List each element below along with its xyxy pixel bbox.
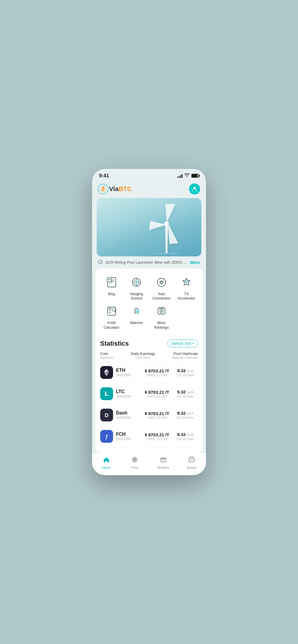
nav-pool-label: Pool xyxy=(131,466,138,469)
coin-earnings-eth: ¥ 8703.21 /T 73801.15 CNY xyxy=(142,368,172,377)
banner xyxy=(97,198,201,256)
chevron-right-icon: › xyxy=(196,434,198,439)
avatar-button[interactable] xyxy=(189,183,200,195)
profit-calculator-icon xyxy=(104,303,119,319)
table-header: Coin Algorithm Daily Earnings Coin Price… xyxy=(100,351,198,362)
hedging-icon xyxy=(129,274,144,290)
coin-algo: SHA256d xyxy=(116,394,142,398)
coin-icon-ltc: Ł xyxy=(100,387,113,400)
coin-row-fch[interactable]: ƒ FCH SHA256d ¥ 8703.21 /T 73801.15 CNY … xyxy=(100,426,198,447)
tx-accelerator-icon xyxy=(179,274,194,290)
menu-item-auto-conversion[interactable]: Auto Conversion xyxy=(150,274,173,301)
quick-menu-row2: Profit Calculator Watcher xyxy=(100,303,198,330)
chevron-right-icon: › xyxy=(196,413,198,417)
svg-point-26 xyxy=(186,281,187,283)
logo: ₿ ViaBTC xyxy=(98,184,132,194)
signal-icon xyxy=(177,174,183,178)
chevron-right-icon: › xyxy=(196,391,198,396)
statistics-header: Statistics Default Sort ▾ xyxy=(100,340,198,347)
coin-info-ltc: LTC SHA256d xyxy=(116,389,142,398)
coin-hashrate-fch: 9.32 EH/S 141.18 EH/s › xyxy=(172,432,198,441)
windmill-image xyxy=(137,201,196,256)
svg-point-35 xyxy=(137,311,138,312)
coin-row-eth[interactable]: ETH SHA256d ¥ 8703.21 /T 73801.15 CNY 9.… xyxy=(100,362,198,383)
assets-icon xyxy=(188,456,195,465)
sort-label: Default Sort xyxy=(171,341,191,346)
nav-assets-label: Assets xyxy=(187,466,197,469)
hash-sub: 141.18 EH/s xyxy=(176,373,194,377)
coin-earnings-fch: ¥ 8703.21 /T 73801.15 CNY xyxy=(142,432,172,441)
svg-marker-4 xyxy=(165,224,168,253)
coin-earnings-ltc: ¥ 8703.21 /T 73801.15 CNY xyxy=(142,390,172,398)
coin-hashrate-dash: 9.32 EH/S 141.18 EH/s › xyxy=(172,411,198,419)
col-hashrate-header: Pool Hashrate Network Hashrate xyxy=(172,351,198,359)
coin-row-dash[interactable]: D Dash SHA256d ¥ 8703.21 /T 73801.15 CNY… xyxy=(100,405,198,426)
menu-item-profit-calculator[interactable]: Profit Calculator xyxy=(100,303,123,330)
menu-item-blog[interactable]: Blog xyxy=(100,274,123,301)
tx-accelerator-label: TX Accelerator xyxy=(175,292,198,301)
main-card: Blog Hedging Service xyxy=(96,269,202,453)
col-earnings-header: Daily Earnings Coin Price xyxy=(131,351,155,359)
miner-rankings-label: Miner Rankings xyxy=(150,321,173,330)
nav-workers-label: Workers xyxy=(157,466,169,469)
status-time: 9:41 xyxy=(99,173,109,179)
announcement-more-button[interactable]: More xyxy=(190,260,200,265)
megaphone-icon xyxy=(98,259,103,266)
menu-item-empty xyxy=(175,303,198,330)
menu-item-miner-rankings[interactable]: Miner Rankings xyxy=(150,303,173,330)
earn-sub: 73801.15 CNY xyxy=(142,373,172,377)
pool-icon xyxy=(131,456,138,465)
earn-sub: 73801.15 CNY xyxy=(142,416,172,419)
coin-name: Dash xyxy=(116,410,142,416)
chevron-right-icon: › xyxy=(196,370,198,375)
coin-name: FCH xyxy=(116,432,142,437)
earn-main: ¥ 8703.21 /T xyxy=(142,390,172,395)
coin-algo: SHA256d xyxy=(116,373,142,377)
coin-info-eth: ETH SHA256d xyxy=(116,368,142,377)
status-bar: 9:41 xyxy=(92,169,206,181)
nav-assets[interactable]: Assets xyxy=(178,456,206,469)
earn-sub: 73801.15 CNY xyxy=(142,437,172,441)
coin-algo: SHA256d xyxy=(116,437,142,441)
nav-home[interactable]: Home xyxy=(92,456,121,469)
quick-menu-row1: Blog Hedging Service xyxy=(100,274,198,301)
hash-main: 9.32 EH/S xyxy=(176,432,194,437)
menu-item-tx-accelerator[interactable]: TX Accelerator xyxy=(175,274,198,301)
watcher-icon xyxy=(129,303,144,319)
svg-point-52 xyxy=(134,459,136,461)
menu-item-hedging[interactable]: Hedging Service xyxy=(125,274,148,301)
workers-icon xyxy=(160,456,167,465)
coin-earnings-dash: ¥ 8703.21 /T 73801.15 CNY xyxy=(142,411,172,419)
earn-main: ¥ 8703.21 /T xyxy=(142,411,172,416)
sort-arrow-icon: ▾ xyxy=(193,342,194,345)
phone-frame: 9:41 xyxy=(92,169,206,475)
nav-pool[interactable]: Pool xyxy=(121,456,149,469)
svg-rect-14 xyxy=(107,277,111,281)
earn-main: ¥ 8703.21 /T xyxy=(142,432,172,437)
sort-button[interactable]: Default Sort ▾ xyxy=(167,340,198,347)
miner-rankings-icon xyxy=(154,303,169,319)
svg-point-5 xyxy=(164,221,169,226)
svg-rect-28 xyxy=(109,308,111,310)
blog-icon xyxy=(104,274,119,290)
logo-icon: ₿ xyxy=(98,184,108,194)
coin-row-ltc[interactable]: Ł LTC SHA256d ¥ 8703.21 /T 73801.15 CNY … xyxy=(100,383,198,405)
coin-hashrate-eth: 9.32 EH/S 141.18 EH/s › xyxy=(172,368,198,377)
hedging-label: Hedging Service xyxy=(125,292,148,301)
hash-info: 9.32 EH/S 141.18 EH/s xyxy=(176,389,194,398)
coin-icon-dash: D xyxy=(100,409,113,421)
coin-icon-fch: ƒ xyxy=(100,430,113,443)
svg-text:Ł: Ł xyxy=(105,390,108,397)
col-coin-header: Coin Algorithm xyxy=(100,351,114,359)
coin-name: LTC xyxy=(116,389,142,394)
coin-info-fch: FCH SHA256d xyxy=(116,432,142,441)
hash-main: 9.32 EH/S xyxy=(176,411,194,416)
menu-item-watcher[interactable]: Watcher xyxy=(125,303,148,330)
profit-calculator-label: Profit Calculator xyxy=(100,321,123,330)
nav-workers[interactable]: Workers xyxy=(149,456,178,469)
coin-icon-eth xyxy=(100,366,113,379)
coin-name: ETH xyxy=(116,368,142,373)
svg-text:₿: ₿ xyxy=(102,186,104,191)
watcher-label: Watcher xyxy=(130,321,143,326)
earn-main: ¥ 8703.21 /T xyxy=(142,368,172,373)
